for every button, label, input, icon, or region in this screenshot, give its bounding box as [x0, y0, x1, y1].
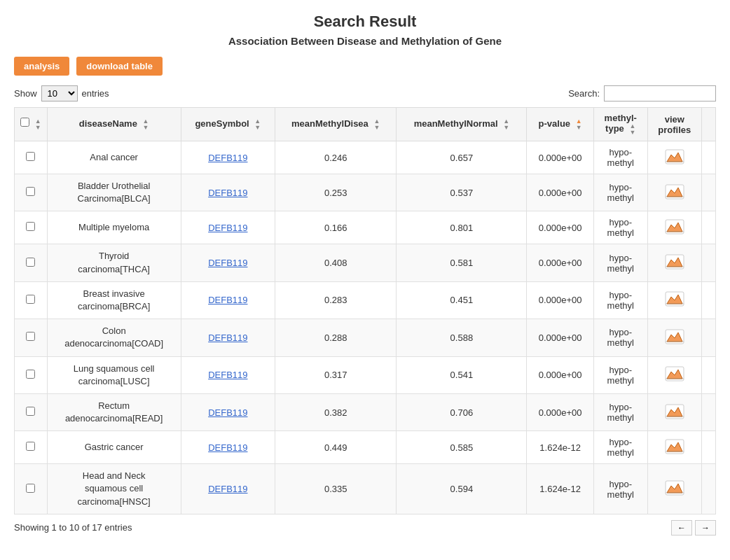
cell-view-profiles[interactable]: [647, 174, 702, 211]
cell-disease-name: Colonadenocarcinoma[COAD]: [47, 319, 181, 356]
cell-mean-methyl-disease: 0.335: [275, 464, 397, 514]
sort-arrows-disease: ▲ ▼: [143, 118, 149, 131]
cell-methyl-type: hypo-methyl: [593, 211, 647, 244]
table-row: Lung squamous cellcarcinoma[LUSC]DEFB119…: [15, 356, 716, 393]
prev-page-button[interactable]: ←: [671, 520, 692, 536]
cell-view-profiles[interactable]: [647, 464, 702, 514]
cell-methyl-type: hypo-methyl: [593, 244, 647, 281]
cell-disease-name: Rectumadenocarcinoma[READ]: [47, 393, 181, 430]
entries-label: entries: [82, 88, 109, 99]
cell-view-profiles[interactable]: [647, 244, 702, 281]
cell-extra: [702, 244, 716, 281]
cell-gene-symbol: DEFB119: [181, 464, 275, 514]
cell-methyl-type: hypo-methyl: [593, 174, 647, 211]
header-extra: [702, 108, 716, 141]
gene-link[interactable]: DEFB119: [208, 223, 247, 233]
table-row: Thyroidcarcinoma[THCA]DEFB1190.4080.5810…: [15, 244, 716, 281]
cell-pvalue: 0.000e+00: [527, 319, 594, 356]
analysis-button[interactable]: analysis: [14, 57, 69, 76]
row-checkbox[interactable]: [26, 258, 35, 267]
cell-pvalue: 0.000e+00: [527, 244, 594, 281]
pagination-controls: ← →: [671, 520, 716, 536]
header-gene-symbol[interactable]: geneSymbol ▲ ▼: [181, 108, 275, 141]
select-all-checkbox[interactable]: [20, 118, 29, 127]
cell-methyl-type: hypo-methyl: [593, 464, 647, 514]
cell-gene-symbol: DEFB119: [181, 356, 275, 393]
cell-view-profiles[interactable]: [647, 281, 702, 318]
cell-disease-name: Breast invasivecarcinoma[BRCA]: [47, 281, 181, 318]
table-row: Anal cancerDEFB1190.2460.6570.000e+00hyp…: [15, 141, 716, 174]
cell-gene-symbol: DEFB119: [181, 141, 275, 174]
cell-pvalue: 1.624e-12: [527, 431, 594, 464]
row-checkbox[interactable]: [26, 442, 35, 451]
show-label: Show: [14, 88, 37, 99]
row-checkbox[interactable]: [26, 187, 35, 196]
cell-methyl-type: hypo-methyl: [593, 431, 647, 464]
chart-icon: [665, 366, 684, 382]
row-checkbox[interactable]: [26, 332, 35, 341]
cell-view-profiles[interactable]: [647, 356, 702, 393]
header-pvalue[interactable]: p-value ▲ ▼: [527, 108, 594, 141]
gene-link[interactable]: DEFB119: [208, 442, 247, 453]
entries-select[interactable]: 10 25 50 100: [41, 85, 78, 102]
chart-icon: [665, 329, 684, 344]
horizontal-scrollbar[interactable]: [14, 538, 716, 541]
cell-extra: [702, 174, 716, 211]
header-mean-methyl-disease[interactable]: meanMethylDisea ▲ ▼: [275, 108, 397, 141]
search-input[interactable]: [604, 85, 716, 102]
row-checkbox[interactable]: [26, 295, 35, 304]
header-methyl-type[interactable]: methyl-type ▲ ▼: [593, 108, 647, 141]
cell-mean-methyl-normal: 0.801: [397, 211, 527, 244]
gene-link[interactable]: DEFB119: [208, 407, 247, 418]
cell-methyl-type: hypo-methyl: [593, 281, 647, 318]
row-checkbox[interactable]: [26, 484, 35, 493]
next-page-button[interactable]: →: [695, 520, 716, 536]
cell-extra: [702, 393, 716, 430]
table-row: Rectumadenocarcinoma[READ]DEFB1190.3820.…: [15, 393, 716, 430]
cell-pvalue: 0.000e+00: [527, 393, 594, 430]
gene-link[interactable]: DEFB119: [208, 332, 247, 343]
chart-icon: [665, 219, 684, 234]
row-checkbox[interactable]: [26, 152, 35, 161]
header-mean-methyl-normal[interactable]: meanMethylNormal ▲ ▼: [397, 108, 527, 141]
header-checkbox[interactable]: ▲ ▼: [15, 108, 48, 141]
cell-pvalue: 0.000e+00: [527, 174, 594, 211]
header-view-profiles: viewprofiles: [647, 108, 702, 141]
cell-extra: [702, 464, 716, 514]
header-disease-name[interactable]: diseaseName ▲ ▼: [47, 108, 181, 141]
cell-extra: [702, 431, 716, 464]
download-table-button[interactable]: download table: [76, 57, 163, 76]
chart-icon: [665, 439, 684, 454]
table-controls: Show 10 25 50 100 entries Search:: [14, 85, 716, 102]
gene-link[interactable]: DEFB119: [208, 258, 247, 268]
cell-view-profiles[interactable]: [647, 393, 702, 430]
table-row: Breast invasivecarcinoma[BRCA]DEFB1190.2…: [15, 281, 716, 318]
cell-view-profiles[interactable]: [647, 141, 702, 174]
table-footer: Showing 1 to 10 of 17 entries ← →: [14, 520, 716, 536]
cell-pvalue: 1.624e-12: [527, 464, 594, 514]
gene-link[interactable]: DEFB119: [208, 188, 247, 198]
gene-link[interactable]: DEFB119: [208, 370, 247, 380]
cell-pvalue: 0.000e+00: [527, 211, 594, 244]
cell-mean-methyl-disease: 0.317: [275, 356, 397, 393]
cell-mean-methyl-disease: 0.283: [275, 281, 397, 318]
gene-link[interactable]: DEFB119: [208, 295, 247, 305]
gene-link[interactable]: DEFB119: [208, 484, 247, 494]
table-header-row: ▲ ▼ diseaseName ▲ ▼ geneSymbol ▲ ▼: [15, 108, 716, 141]
cell-mean-methyl-normal: 0.657: [397, 141, 527, 174]
cell-mean-methyl-disease: 0.408: [275, 244, 397, 281]
row-checkbox[interactable]: [26, 222, 35, 231]
chart-icon: [665, 184, 684, 200]
row-checkbox[interactable]: [26, 370, 35, 379]
gene-link[interactable]: DEFB119: [208, 153, 247, 163]
cell-view-profiles[interactable]: [647, 319, 702, 356]
cell-methyl-type: hypo-methyl: [593, 319, 647, 356]
chart-icon: [665, 149, 684, 164]
row-checkbox[interactable]: [26, 407, 35, 416]
table-row: Colonadenocarcinoma[COAD]DEFB1190.2880.5…: [15, 319, 716, 356]
cell-gene-symbol: DEFB119: [181, 393, 275, 430]
cell-view-profiles[interactable]: [647, 431, 702, 464]
toolbar: analysis download table: [14, 57, 716, 76]
cell-pvalue: 0.000e+00: [527, 356, 594, 393]
cell-view-profiles[interactable]: [647, 211, 702, 244]
